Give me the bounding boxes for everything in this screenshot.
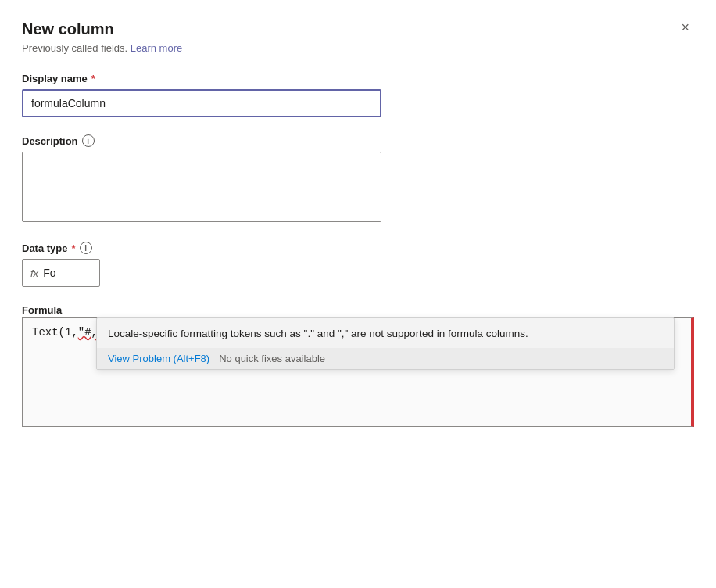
- data-type-select[interactable]: fx Fo: [22, 259, 100, 287]
- dialog-subtitle: Previously called fields. Learn more: [22, 42, 694, 54]
- display-name-input[interactable]: [22, 89, 381, 117]
- close-button[interactable]: ×: [676, 19, 694, 36]
- data-type-label: Data type * i: [22, 242, 694, 254]
- tooltip-message: Locale-specific formatting tokens such a…: [108, 326, 663, 342]
- no-quick-fixes-label: No quick fixes available: [219, 353, 325, 364]
- tooltip-actions: View Problem (Alt+F8) No quick fixes ava…: [97, 348, 674, 369]
- formula-area-wrapper: Locale-specific formatting tokens such a…: [22, 317, 694, 427]
- data-type-value: Fo: [43, 267, 55, 279]
- display-name-section: Display name *: [22, 73, 694, 117]
- formula-label: Formula: [22, 304, 694, 316]
- tooltip-popup: Locale-specific formatting tokens such a…: [96, 317, 675, 370]
- dialog-header: New column ×: [22, 19, 694, 39]
- data-type-section: Data type * i fx Fo: [22, 242, 694, 287]
- description-info-icon: i: [82, 134, 95, 147]
- display-name-label: Display name *: [22, 73, 694, 84]
- view-problem-link[interactable]: View Problem (Alt+F8): [108, 353, 209, 364]
- dialog-title: New column: [22, 19, 114, 39]
- data-type-required-star: *: [72, 242, 76, 254]
- data-type-info-icon: i: [80, 242, 92, 254]
- new-column-dialog: New column × Previously called fields. L…: [0, 0, 716, 588]
- required-star: *: [91, 73, 95, 84]
- learn-more-link[interactable]: Learn more: [131, 42, 182, 54]
- description-input[interactable]: [22, 152, 381, 222]
- formula-section: Formula Locale-specific formatting token…: [22, 304, 694, 427]
- description-label: Description i: [22, 134, 694, 147]
- description-section: Description i: [22, 134, 694, 224]
- fx-icon: fx: [30, 267, 38, 279]
